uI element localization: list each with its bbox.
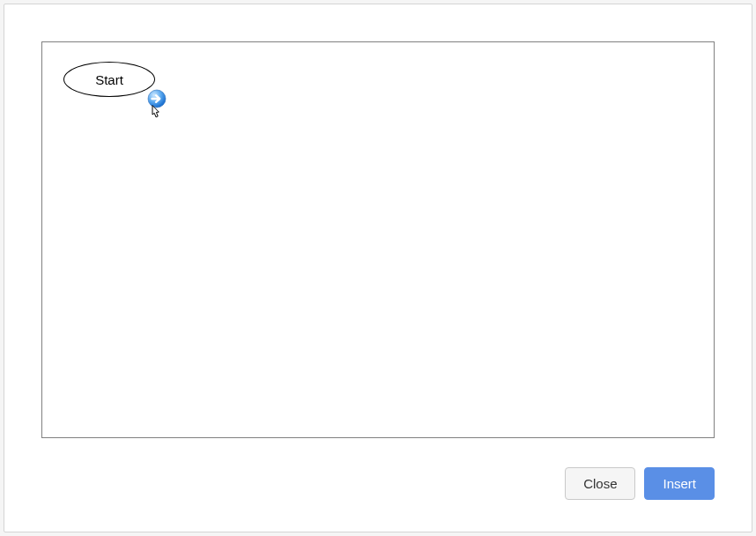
connector-handle[interactable] — [147, 89, 167, 108]
start-node[interactable]: Start — [63, 62, 155, 97]
insert-button[interactable]: Insert — [644, 467, 715, 500]
close-button[interactable]: Close — [565, 467, 635, 500]
arrow-right-icon — [147, 89, 167, 108]
dialog-button-bar: Close Insert — [565, 467, 715, 500]
dialog-frame: Start Close Insert — [4, 4, 752, 532]
diagram-canvas[interactable]: Start — [41, 41, 715, 438]
start-node-label: Start — [95, 72, 123, 87]
